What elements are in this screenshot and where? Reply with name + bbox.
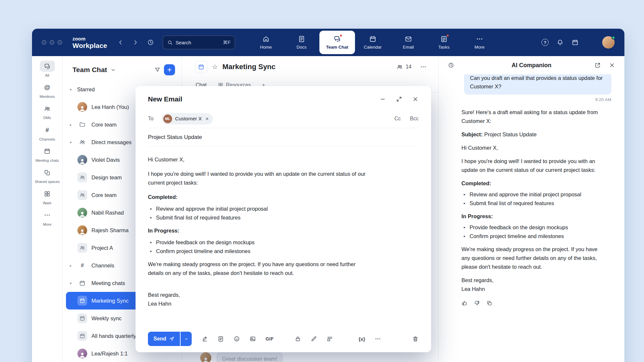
rail-item-shared-spaces[interactable]: Shared spaces xyxy=(33,167,62,184)
search-shortcut: ⌘F xyxy=(223,40,230,45)
recipient-field[interactable]: To ML Customer X ✕ Cc Bcc xyxy=(148,110,419,128)
channels-hash-icon: # xyxy=(45,127,49,134)
search-input[interactable]: Search ⌘F xyxy=(163,36,235,49)
calendar-icon xyxy=(79,333,85,339)
ai-inprogress-heading: In Progress: xyxy=(461,212,604,221)
nav-email[interactable]: Email xyxy=(391,31,426,54)
favorite-star-icon[interactable]: ☆ xyxy=(212,63,218,71)
send-options-button[interactable] xyxy=(181,332,192,346)
edit-pencil-icon[interactable] xyxy=(311,336,317,342)
email-body-editor[interactable]: Hi Customer X, I hope you're doing well!… xyxy=(136,147,384,329)
send-button[interactable]: Send xyxy=(148,332,180,346)
open-external-icon[interactable] xyxy=(594,62,601,68)
ai-compose-sparkle-icon[interactable] xyxy=(343,336,349,342)
avatar xyxy=(77,155,87,165)
rail-item-all[interactable]: All xyxy=(33,61,62,78)
cc-button[interactable]: Cc xyxy=(394,116,401,122)
ai-completed-heading: Completed: xyxy=(461,179,604,188)
disclosure-triangle-icon[interactable]: ▾ xyxy=(70,88,77,91)
rail-item-more[interactable]: More xyxy=(33,210,62,227)
close-icon[interactable] xyxy=(609,62,615,68)
format-pen-icon[interactable] xyxy=(201,336,208,342)
list-item: •Confirm project timeline and milestones xyxy=(150,247,371,256)
disclosure-triangle-icon[interactable]: ▸ xyxy=(70,264,77,267)
signature-block-icon[interactable] xyxy=(327,336,333,342)
send-plane-icon xyxy=(169,336,174,341)
email-closing: We're making steady progress on the proj… xyxy=(148,260,371,278)
meeting-chat-avatar xyxy=(77,313,87,323)
email-inprogress-heading: In Progress: xyxy=(148,226,371,235)
disclosure-triangle-icon[interactable]: ▸ xyxy=(70,123,77,127)
channel-more-icon[interactable] xyxy=(420,64,427,70)
nav-docs[interactable]: Docs xyxy=(284,31,319,54)
zoom-window-button[interactable] xyxy=(57,40,62,45)
nav-home[interactable]: Home xyxy=(248,31,284,54)
subject-field[interactable]: Project Status Update xyxy=(148,128,419,147)
more-icon xyxy=(476,35,483,43)
back-icon[interactable] xyxy=(117,39,124,46)
help-icon[interactable]: ? xyxy=(541,39,549,46)
avatar xyxy=(77,102,87,112)
message-bubble: Great discussion team! xyxy=(216,352,283,362)
email-inprogress-list: •Provide feedback on the design mockups … xyxy=(150,238,371,256)
ai-response: Sure! Here's a draft email asking for a … xyxy=(461,108,604,306)
discard-trash-icon[interactable] xyxy=(412,336,419,342)
nav-more[interactable]: More xyxy=(462,31,497,54)
rail-item-dms[interactable]: DMs xyxy=(33,103,62,120)
ai-conversation: Can you draft an email that provides a s… xyxy=(439,74,624,362)
calendar-icon xyxy=(369,35,377,43)
notification-dot xyxy=(446,34,449,37)
disclosure-triangle-icon[interactable]: ▾ xyxy=(70,281,77,285)
modal-title: New Email xyxy=(148,95,182,103)
bcc-button[interactable]: Bcc xyxy=(410,116,419,122)
window-controls[interactable] xyxy=(42,40,62,45)
list-item: •Provide feedback on the design mockups xyxy=(150,238,371,247)
more-options-icon[interactable] xyxy=(375,336,381,342)
history-icon[interactable] xyxy=(147,39,154,46)
close-window-button[interactable] xyxy=(42,40,46,45)
rail-item-meeting-chats[interactable]: Meeting chats xyxy=(33,146,62,163)
filter-icon[interactable] xyxy=(154,67,161,73)
variables-button[interactable]: {x} xyxy=(359,336,365,342)
nav-team-chat[interactable]: Team Chat xyxy=(319,31,355,54)
remove-recipient-icon[interactable]: ✕ xyxy=(205,116,209,121)
recipient-avatar: ML xyxy=(163,114,172,123)
thumbs-down-icon[interactable] xyxy=(474,300,480,306)
close-icon[interactable] xyxy=(412,96,419,102)
search-placeholder: Search xyxy=(176,40,191,45)
email-signature: Lea Hahn xyxy=(148,299,371,308)
forward-icon[interactable] xyxy=(132,39,139,46)
hash-icon: # xyxy=(81,262,84,269)
rail-item-channels[interactable]: # Channels xyxy=(33,125,62,142)
member-count[interactable]: 14 xyxy=(396,64,411,70)
minimize-icon[interactable] xyxy=(379,96,386,102)
gif-button[interactable]: GIF xyxy=(266,336,274,341)
user-avatar[interactable] xyxy=(602,36,615,49)
expand-icon[interactable] xyxy=(396,96,402,102)
rail-item-apps[interactable]: Apps xyxy=(33,188,62,205)
chevron-down-icon[interactable] xyxy=(110,67,116,73)
group-avatar xyxy=(77,243,87,253)
calendar-icon xyxy=(79,315,85,321)
insert-image-icon[interactable] xyxy=(250,336,256,342)
rail-item-mentions[interactable]: @ Mentions xyxy=(33,82,62,99)
nav-tasks[interactable]: Tasks xyxy=(426,31,462,54)
copy-icon[interactable] xyxy=(486,300,492,306)
list-item: •Confirm project timeline and milestones xyxy=(463,232,604,241)
minimize-window-button[interactable] xyxy=(50,40,54,45)
nav-calendar[interactable]: Calendar xyxy=(355,31,391,54)
timestamp: 9:20 AM xyxy=(448,97,611,102)
attach-file-icon[interactable] xyxy=(217,336,224,342)
disclosure-triangle-icon[interactable]: ▾ xyxy=(70,141,77,144)
logo-zoom: zoom xyxy=(72,36,107,41)
recipient-chip[interactable]: ML Customer X ✕ xyxy=(162,113,213,125)
thumbs-up-icon[interactable] xyxy=(461,300,468,306)
emoji-icon[interactable] xyxy=(233,336,240,342)
calendar-date-icon[interactable] xyxy=(572,39,579,46)
all-chats-icon xyxy=(44,63,51,70)
new-chat-button[interactable]: + xyxy=(164,64,175,75)
encrypt-lock-icon[interactable] xyxy=(295,336,301,342)
notifications-bell-icon[interactable] xyxy=(556,39,564,46)
ai-companion-sparkle-icon[interactable] xyxy=(587,38,594,46)
list-item: •Submit final list of required features xyxy=(150,213,371,222)
